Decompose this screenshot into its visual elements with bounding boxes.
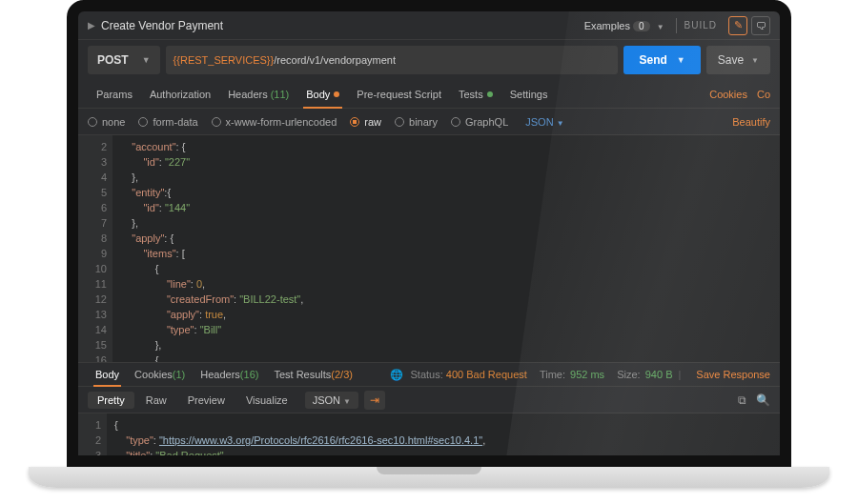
response-type-select[interactable]: JSON ▼ bbox=[305, 392, 358, 409]
cookies-link[interactable]: Cookies bbox=[709, 89, 747, 100]
tab-authorization[interactable]: Authorization bbox=[141, 80, 219, 108]
resp-tab-body[interactable]: Body bbox=[88, 363, 127, 386]
radio-xwww[interactable]: x-www-form-urlencoded bbox=[212, 116, 337, 128]
copy-icon[interactable]: ⧉ bbox=[738, 393, 746, 407]
view-raw[interactable]: Raw bbox=[136, 392, 176, 409]
build-label: BUILD bbox=[684, 20, 717, 30]
resp-tab-cookies[interactable]: Cookies (1) bbox=[127, 363, 193, 386]
request-tabs: Params Authorization Headers(11) Body Pr… bbox=[78, 80, 780, 109]
tab-headers[interactable]: Headers(11) bbox=[219, 80, 297, 108]
examples-count: 0 bbox=[633, 21, 650, 31]
edit-icon[interactable]: ✎ bbox=[728, 16, 747, 35]
dot-indicator bbox=[334, 91, 339, 97]
radio-graphql[interactable]: GraphQL bbox=[451, 116, 508, 128]
radio-raw[interactable]: raw bbox=[350, 116, 381, 128]
response-view-options: Pretty Raw Preview Visualize JSON ▼ ⇥ ⧉ … bbox=[78, 387, 780, 413]
content-type-select[interactable]: JSON ▼ bbox=[525, 116, 563, 128]
request-title: Create Vendor Payment bbox=[101, 19, 584, 32]
status-line: Status: 400 Bad Request Time: 952 ms Siz… bbox=[411, 369, 673, 380]
tab-body[interactable]: Body bbox=[297, 80, 348, 108]
resp-line-gutter: 12345 bbox=[78, 413, 107, 467]
line-gutter: 2345678910111213141516171819202122 bbox=[78, 135, 112, 362]
comment-icon[interactable]: 🗨 bbox=[751, 16, 770, 35]
search-icon[interactable]: 🔍 bbox=[756, 393, 770, 407]
globe-icon[interactable]: 🌐 bbox=[390, 369, 403, 381]
tab-prerequest[interactable]: Pre-request Script bbox=[348, 80, 450, 108]
tab-tests[interactable]: Tests bbox=[450, 80, 501, 108]
response-tabs: Body Cookies (1) Headers (16) Test Resul… bbox=[78, 362, 780, 387]
resp-tab-headers[interactable]: Headers (16) bbox=[193, 363, 266, 386]
resp-code[interactable]: { "type": "https://www.w3.org/Protocols/… bbox=[107, 413, 780, 467]
body-type-options: none form-data x-www-form-urlencoded raw… bbox=[78, 109, 780, 135]
code-link[interactable]: Co bbox=[757, 89, 770, 100]
view-pretty[interactable]: Pretty bbox=[88, 392, 134, 409]
radio-formdata[interactable]: form-data bbox=[138, 116, 197, 128]
view-visualize[interactable]: Visualize bbox=[236, 392, 297, 409]
request-header-bar: ▶ Create Vendor Payment Examples 0 ▼ BUI… bbox=[78, 11, 780, 40]
laptop-base bbox=[29, 467, 829, 488]
examples-dropdown[interactable]: Examples 0 ▼ bbox=[584, 20, 664, 31]
resp-tab-testresults[interactable]: Test Results (2/3) bbox=[266, 363, 360, 386]
wrap-icon[interactable]: ⇥ bbox=[364, 391, 385, 410]
code-content[interactable]: "account": { "id": "227" }, "entity":{ "… bbox=[112, 135, 780, 362]
tab-params[interactable]: Params bbox=[88, 80, 141, 108]
beautify-link[interactable]: Beautify bbox=[732, 116, 770, 128]
dot-indicator bbox=[487, 91, 493, 97]
separator bbox=[676, 18, 677, 33]
radio-binary[interactable]: binary bbox=[395, 116, 438, 128]
response-body-editor[interactable]: 12345 { "type": "https://www.w3.org/Prot… bbox=[78, 413, 780, 467]
save-response-link[interactable]: Save Response bbox=[696, 369, 770, 380]
chevron-right-icon: ▶ bbox=[88, 20, 95, 30]
save-button[interactable]: Save▼ bbox=[706, 46, 770, 74]
send-button[interactable]: Send▼ bbox=[623, 46, 700, 74]
http-method-select[interactable]: POST▼ bbox=[88, 46, 160, 74]
request-body-editor[interactable]: 2345678910111213141516171819202122 "acco… bbox=[78, 135, 780, 362]
tab-settings[interactable]: Settings bbox=[501, 80, 557, 108]
view-preview[interactable]: Preview bbox=[178, 392, 235, 409]
request-row: POST▼ {{REST_SERVICES}}/record/v1/vendor… bbox=[78, 40, 780, 80]
url-input[interactable]: {{REST_SERVICES}}/record/v1/vendorpaymen… bbox=[166, 46, 619, 74]
radio-none[interactable]: none bbox=[88, 116, 125, 128]
